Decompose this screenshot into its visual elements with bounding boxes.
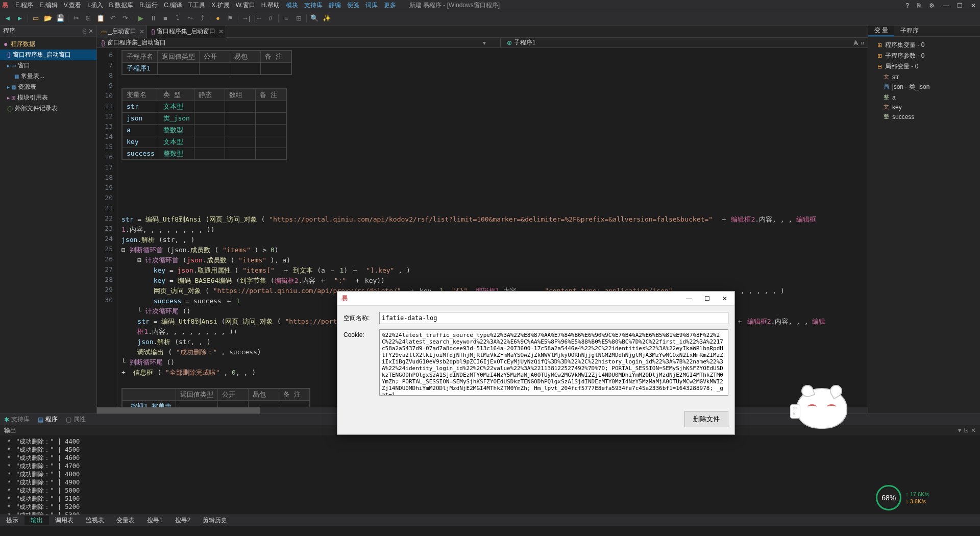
menu-tools[interactable]: T.工具 <box>185 1 208 10</box>
menu-program[interactable]: E.程序 <box>12 1 36 10</box>
stepout-icon[interactable]: ⤴ <box>198 14 207 23</box>
stab-search1[interactable]: 搜寻1 <box>141 516 169 525</box>
format-icon[interactable]: ⊞ <box>294 14 303 23</box>
extra-support[interactable]: 支持库 <box>301 1 326 10</box>
tab-startup-window[interactable]: ▭ _启动窗口✕ <box>97 26 147 38</box>
mascot-widget[interactable]: 中¥ <box>796 388 852 434</box>
extra-module[interactable]: 模块 <box>283 1 301 10</box>
menu-insert[interactable]: I.插入 <box>84 1 106 10</box>
tab-close-icon[interactable]: ✕ <box>139 28 144 35</box>
menu-view[interactable]: V.查看 <box>61 1 84 10</box>
help-icon[interactable]: ? <box>903 2 911 9</box>
sidebar-pin-icon[interactable]: ⎘ <box>83 28 86 35</box>
menu-extend[interactable]: X.扩展 <box>208 1 232 10</box>
var-key[interactable]: 文key <box>871 102 977 112</box>
new-icon[interactable]: ▭ <box>31 14 40 23</box>
rtab-variables[interactable]: 变 量 <box>868 26 894 36</box>
dropdown-icon[interactable]: ▾ <box>483 39 486 46</box>
run-icon[interactable]: ▶ <box>136 14 145 23</box>
sidebar-close-icon[interactable]: ✕ <box>88 28 93 35</box>
pause-icon[interactable]: ⏸ <box>149 14 158 23</box>
close-icon[interactable]: ✕ <box>969 2 978 9</box>
dialog-maximize-icon[interactable]: ☐ <box>701 295 713 302</box>
stab-tip[interactable]: 提示 <box>0 516 24 525</box>
output-close-icon[interactable]: ✕ <box>971 427 976 434</box>
search-icon[interactable]: 🔍 <box>310 14 319 23</box>
btab-program[interactable]: ▤程序 <box>38 415 58 424</box>
var-str[interactable]: 文str <box>871 72 977 82</box>
tree-module[interactable]: ▸ ⊞模块引用表 <box>0 92 96 103</box>
stab-output[interactable]: 输出 <box>24 516 49 525</box>
menu-window[interactable]: W.窗口 <box>233 1 258 10</box>
indent-icon[interactable]: →| <box>241 14 251 23</box>
var-json[interactable]: 局json - 类_json <box>871 82 977 92</box>
minimize-icon[interactable]: — <box>941 2 951 9</box>
paste-icon[interactable]: 📋 <box>96 14 105 23</box>
breakpoint-icon[interactable]: ● <box>213 14 223 23</box>
tree-const[interactable]: ▦常量表... <box>0 71 96 82</box>
stab-vartable[interactable]: 变量表 <box>110 516 141 525</box>
btab-support[interactable]: ✱支持库 <box>4 415 30 424</box>
stop-icon[interactable]: ■ <box>161 14 170 23</box>
dialog-minimize-icon[interactable]: — <box>683 295 695 302</box>
stepover-icon[interactable]: ⤳ <box>185 14 194 23</box>
menu-database[interactable]: B.数据库 <box>106 1 136 10</box>
tree-resource[interactable]: ▸ ▦资源表 <box>0 82 96 92</box>
stab-cliphistory[interactable]: 剪辑历史 <box>197 516 233 525</box>
var-group-local[interactable]: ⊟局部变量 - 0 <box>871 61 977 72</box>
var-a[interactable]: 整a <box>871 92 977 102</box>
dialog-header[interactable]: 易 — ☐ ✕ <box>337 291 734 306</box>
var-group-params[interactable]: ⊞子程序参数 - 0 <box>871 51 977 61</box>
tree-window[interactable]: ▸ ▭窗口 <box>0 60 96 71</box>
output-seek-icon[interactable]: ▾ <box>958 427 961 434</box>
btab-property[interactable]: ▢属性 <box>66 415 86 424</box>
tree-root[interactable]: ☻程序数据 <box>0 39 96 50</box>
tab-close-icon[interactable]: ✕ <box>218 28 224 35</box>
tree-extfile[interactable]: ◯外部文件记录表 <box>0 103 96 114</box>
menu-edit[interactable]: E.编辑 <box>36 1 60 10</box>
redo-icon[interactable]: ↷ <box>120 14 130 23</box>
extra-dict[interactable]: 词库 <box>362 1 381 10</box>
output-pin-icon[interactable]: ⎘ <box>964 427 968 434</box>
extra-note[interactable]: 便笺 <box>344 1 362 10</box>
copy-icon[interactable]: ⎘ <box>84 14 93 23</box>
save-icon[interactable]: 💾 <box>56 14 65 23</box>
cut-icon[interactable]: ✂ <box>71 14 81 23</box>
back-icon[interactable]: ◄ <box>3 14 12 23</box>
align-icon[interactable]: ≡ <box>282 14 291 23</box>
breadcrumb-right[interactable]: ⊕子程序1 <box>500 38 536 47</box>
dialog-body: 空间名称: Cookie: <box>337 306 734 407</box>
network-gauge[interactable]: 68% ↑ 17.6K/s ↓ 3.6K/s <box>876 485 929 510</box>
output-body[interactable]: ＊ "成功删除：" | 4400＊ "成功删除：" | 4500＊ "成功删除：… <box>0 435 980 515</box>
tab-windowset[interactable]: {} 窗口程序集_启动窗口✕ <box>147 26 226 38</box>
extra-more[interactable]: 更多 <box>381 1 399 10</box>
settings-icon[interactable]: ⚙ <box>927 2 937 9</box>
outdent-icon[interactable]: |← <box>254 14 263 23</box>
open-icon[interactable]: 📂 <box>43 14 53 23</box>
bookmark-icon[interactable]: ⚑ <box>226 14 235 23</box>
delete-file-button[interactable]: 删除文件 <box>684 411 728 427</box>
stab-calltable[interactable]: 调用表 <box>49 516 80 525</box>
menu-help[interactable]: H.帮助 <box>258 1 283 10</box>
wand-icon[interactable]: ✨ <box>322 14 331 23</box>
var-group-assembly[interactable]: ⊞程序集变量 - 0 <box>871 40 977 51</box>
comment-icon[interactable]: // <box>266 14 275 23</box>
pin-icon[interactable]: ⎘ <box>915 2 923 9</box>
maximize-icon[interactable]: ❐ <box>955 2 965 9</box>
input-cookie[interactable] <box>379 329 728 396</box>
extra-static[interactable]: 静编 <box>326 1 344 10</box>
forward-icon[interactable]: ► <box>15 14 24 23</box>
menu-run[interactable]: R.运行 <box>136 1 161 10</box>
stab-watch[interactable]: 监视表 <box>80 516 110 525</box>
collapse-icon[interactable]: ⮝ ⊟ <box>853 39 864 46</box>
rtab-subroutine[interactable]: 子程序 <box>894 26 925 36</box>
input-space-name[interactable] <box>379 312 728 324</box>
undo-icon[interactable]: ↶ <box>108 14 117 23</box>
var-success[interactable]: 整success <box>871 112 977 121</box>
stab-search2[interactable]: 搜寻2 <box>169 516 197 525</box>
step-icon[interactable]: ⤵ <box>173 14 182 23</box>
breadcrumb-left[interactable]: {}窗口程序集_启动窗口 <box>101 38 166 47</box>
menu-compile[interactable]: C.编译 <box>161 1 185 10</box>
dialog-close-icon[interactable]: ✕ <box>719 295 730 302</box>
tree-windowset[interactable]: {}窗口程序集_启动窗口 <box>0 50 96 60</box>
